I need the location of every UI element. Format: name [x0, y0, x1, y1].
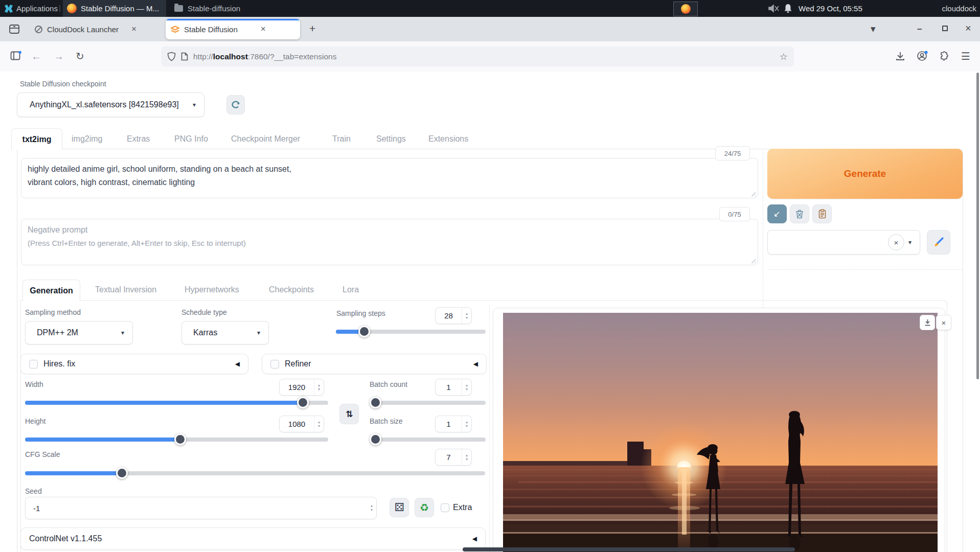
slider-handle[interactable]	[116, 467, 128, 479]
number-spinner[interactable]: ▴▾	[462, 449, 471, 465]
tab-extensions[interactable]: Extensions	[428, 134, 468, 144]
prompt-textarea[interactable]: highly detailed anime girl, school unifo…	[21, 158, 758, 198]
page-info-icon[interactable]	[181, 52, 188, 61]
back-icon[interactable]: ←	[31, 50, 41, 62]
forward-icon[interactable]: →	[54, 50, 64, 62]
tab-txt2img[interactable]: txt2img	[11, 128, 62, 150]
spinner-down-icon[interactable]: ▾	[466, 316, 468, 320]
horizontal-scrollbar[interactable]	[463, 547, 795, 551]
spinner-down-icon[interactable]: ▾	[318, 424, 320, 428]
browser-tab-stable-diffusion[interactable]: Stable Diffusion ×	[166, 19, 300, 39]
tab-hypernetworks[interactable]: Hypernetworks	[185, 285, 239, 294]
schedule-type-dropdown[interactable]: Karras ▾	[181, 321, 269, 344]
tab-close-icon[interactable]: ×	[260, 24, 267, 34]
hires-fix-checkbox[interactable]	[29, 360, 38, 369]
number-spinner[interactable]: ▴▾	[462, 308, 471, 324]
firefox-view-icon[interactable]	[9, 24, 20, 34]
vertical-scrollbar[interactable]	[976, 73, 979, 379]
number-spinner[interactable]: ▴▾	[462, 379, 471, 395]
edit-styles-button[interactable]	[927, 230, 950, 255]
hires-fix-accordion[interactable]: Hires. fix ◀	[20, 354, 248, 374]
tab-lora[interactable]: Lora	[343, 285, 359, 294]
image-download-button[interactable]	[920, 315, 935, 330]
tray-firefox-button[interactable]	[673, 2, 698, 16]
window-close-button[interactable]: ×	[965, 23, 971, 33]
taskbar-folder-item[interactable]: Stable-diffusion	[170, 0, 244, 17]
number-spinner[interactable]: ▴▾	[462, 416, 471, 432]
batch-size-slider[interactable]	[371, 438, 486, 442]
number-spinner[interactable]: ▴▾	[367, 497, 376, 519]
sidebar-toggle-icon[interactable]	[10, 51, 21, 61]
tab-textual-inversion[interactable]: Textual Inversion	[95, 285, 156, 294]
slider-handle[interactable]	[370, 433, 381, 445]
shield-icon[interactable]	[167, 52, 176, 61]
sampling-method-dropdown[interactable]: DPM++ 2M ▾	[25, 321, 133, 344]
reload-checkpoint-button[interactable]	[226, 95, 245, 114]
reuse-seed-button[interactable]: ♻	[415, 498, 434, 517]
width-slider[interactable]	[25, 401, 328, 405]
tab-checkpoint-merger[interactable]: Checkpoint Merger	[231, 134, 300, 144]
spinner-down-icon[interactable]: ▾	[318, 387, 320, 392]
tab-checkpoints[interactable]: Checkpoints	[269, 285, 314, 294]
tab-train[interactable]: Train	[332, 134, 351, 144]
volume-muted-icon[interactable]	[768, 4, 780, 13]
styles-dropdown[interactable]: × ▾	[767, 230, 920, 255]
swap-dimensions-button[interactable]: ⇅	[339, 404, 359, 424]
menu-icon[interactable]: ☰	[961, 50, 970, 62]
url-text[interactable]: http://localhost:7860/?__tab=extensions	[193, 52, 336, 61]
height-slider[interactable]	[25, 438, 328, 442]
seed-extra-checkbox[interactable]	[441, 503, 449, 512]
tab-extras[interactable]: Extras	[127, 134, 150, 144]
tab-settings[interactable]: Settings	[376, 134, 406, 144]
url-bar[interactable]: http://localhost:7860/?__tab=extensions …	[161, 47, 794, 66]
sampling-steps-input[interactable]: 28 ▴▾	[435, 307, 472, 324]
image-close-button[interactable]: ×	[936, 315, 951, 330]
width-input[interactable]: 1920 ▴▾	[279, 379, 324, 396]
clear-prompt-button[interactable]	[790, 204, 809, 223]
applications-menu[interactable]: Applications	[16, 0, 58, 17]
taskbar-window-button[interactable]: Stable Diffusion — M...	[63, 0, 166, 17]
browser-tab-clouddock[interactable]: CloudDock Launcher ×	[30, 20, 159, 38]
tab-img2img[interactable]: img2img	[72, 134, 102, 144]
sampling-steps-slider[interactable]	[336, 330, 486, 334]
generate-button[interactable]: Generate	[767, 149, 963, 199]
clock[interactable]: Wed 29 Oct, 05:55	[799, 0, 862, 17]
refiner-accordion[interactable]: Refiner ◀	[262, 354, 487, 374]
random-seed-button[interactable]: ⚄	[390, 498, 409, 517]
negative-prompt-textarea[interactable]: Negative prompt (Press Ctrl+Enter to gen…	[21, 219, 758, 265]
slider-handle[interactable]	[358, 326, 370, 337]
spinner-down-icon[interactable]: ▾	[371, 508, 373, 512]
controlnet-accordion[interactable]: ControlNet v1.1.455 ◀	[20, 527, 486, 550]
cfg-scale-input[interactable]: 7 ▴▾	[435, 449, 472, 466]
paste-params-button[interactable]: ↙	[767, 204, 787, 223]
number-spinner[interactable]: ▴▾	[314, 416, 324, 432]
refiner-checkbox[interactable]	[270, 360, 279, 369]
batch-count-input[interactable]: 1 ▴▾	[435, 379, 472, 396]
slider-handle[interactable]	[370, 397, 381, 408]
window-maximize-button[interactable]	[942, 26, 948, 31]
cfg-scale-slider[interactable]	[25, 471, 485, 475]
tab-png-info[interactable]: PNG Info	[174, 134, 208, 144]
new-tab-button[interactable]: +	[309, 22, 315, 35]
reload-icon[interactable]: ↻	[76, 50, 84, 62]
batch-count-slider[interactable]	[371, 401, 486, 405]
generated-image[interactable]	[503, 313, 938, 552]
slider-handle[interactable]	[297, 397, 309, 408]
tab-close-icon[interactable]: ×	[130, 24, 138, 34]
number-spinner[interactable]: ▴▾	[314, 379, 324, 395]
apply-styles-button[interactable]	[812, 204, 832, 223]
spinner-down-icon[interactable]: ▾	[466, 424, 468, 428]
tab-list-chevron-icon[interactable]: ▾	[871, 24, 876, 34]
styles-clear-button[interactable]: ×	[888, 234, 904, 250]
spinner-down-icon[interactable]: ▾	[466, 387, 468, 392]
tab-generation[interactable]: Generation	[22, 280, 80, 301]
bookmark-star-icon[interactable]: ☆	[780, 51, 788, 62]
spinner-down-icon[interactable]: ▾	[466, 457, 468, 462]
window-minimize-button[interactable]: –	[917, 24, 922, 34]
extensions-puzzle-icon[interactable]	[940, 51, 950, 61]
seed-input[interactable]: -1 ▴▾	[25, 497, 377, 519]
account-icon[interactable]	[917, 51, 928, 62]
batch-size-input[interactable]: 1 ▴▾	[435, 416, 472, 432]
checkpoint-dropdown[interactable]: AnythingXL_xl.safetensors [8421598e93] ▾	[17, 93, 204, 117]
height-input[interactable]: 1080 ▴▾	[279, 416, 324, 432]
